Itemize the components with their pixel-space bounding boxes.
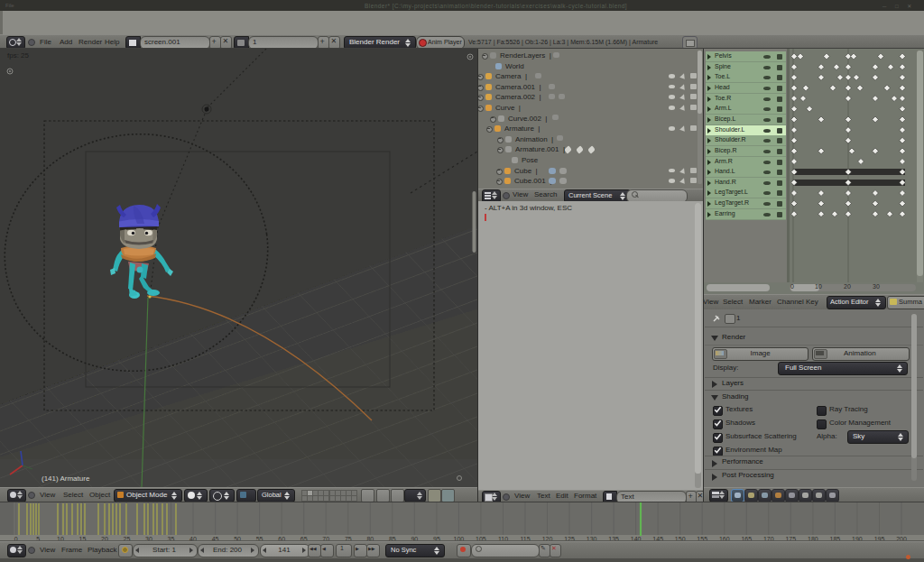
svg-text:fps: 25: fps: 25 — [7, 51, 30, 60]
svg-text:(141) Armature: (141) Armature — [42, 474, 90, 483]
